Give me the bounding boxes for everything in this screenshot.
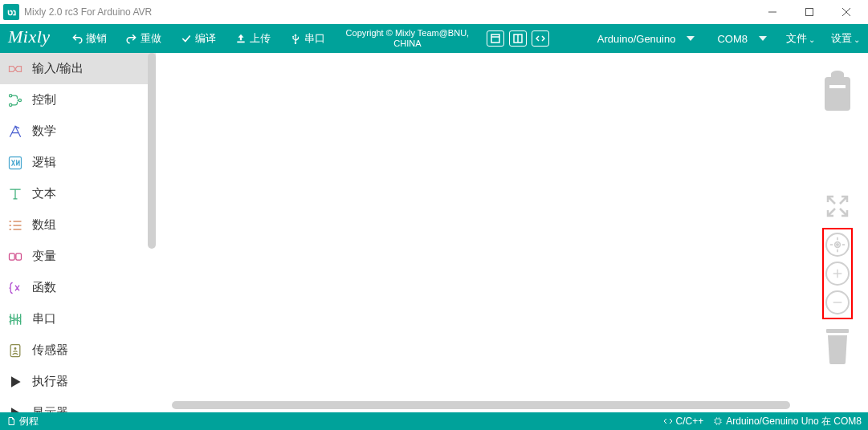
undo-button[interactable]: 撤销 bbox=[62, 24, 116, 53]
file-icon bbox=[6, 416, 16, 426]
copyright-text: Copyright © Mixly Team@BNU, CHINA bbox=[335, 28, 481, 49]
io-icon bbox=[6, 60, 24, 78]
titlebar: נט Mixly 2.0 rc3 For Arduino AVR bbox=[0, 0, 868, 24]
board-selected-label: Arduino/Genuino bbox=[597, 33, 676, 45]
backpack-button[interactable] bbox=[818, 69, 857, 114]
category-function[interactable]: 函数 bbox=[0, 272, 156, 303]
chevron-down-icon: ⌄ bbox=[809, 35, 815, 44]
board-selector[interactable]: Arduino/Genuino bbox=[586, 24, 707, 53]
app-icon: נט bbox=[3, 4, 19, 20]
category-serial[interactable]: 串口 bbox=[0, 303, 156, 335]
chip-icon bbox=[713, 416, 723, 426]
window-title: Mixly 2.0 rc3 For Arduino AVR bbox=[24, 6, 754, 18]
category-label: 控制 bbox=[32, 92, 56, 108]
workspace-h-scrollbar[interactable] bbox=[172, 401, 790, 409]
category-control[interactable]: 控制 bbox=[0, 84, 156, 116]
trash-icon bbox=[821, 327, 854, 364]
compile-button[interactable]: 编译 bbox=[171, 24, 226, 53]
category-label: 函数 bbox=[32, 280, 56, 295]
view-code-button[interactable] bbox=[532, 30, 549, 47]
category-label: 输入/输出 bbox=[32, 61, 84, 76]
settings-menu[interactable]: 设置 ⌄ bbox=[823, 31, 868, 46]
svg-rect-4 bbox=[491, 34, 499, 43]
redo-button[interactable]: 重做 bbox=[116, 24, 171, 53]
statusbar-lang[interactable]: C/C++ bbox=[663, 416, 704, 427]
settings-menu-label: 设置 bbox=[831, 31, 852, 46]
view-blocks-button[interactable] bbox=[487, 30, 504, 47]
upload-button[interactable]: 上传 bbox=[226, 24, 280, 53]
dropdown-arrow-icon bbox=[759, 36, 767, 41]
close-button[interactable] bbox=[828, 0, 865, 24]
category-sidebar: 输入/输出 控制 数学 逻辑 文本 数组 bbox=[0, 53, 156, 412]
file-menu[interactable]: 文件 ⌄ bbox=[778, 31, 823, 46]
zoom-in-button[interactable] bbox=[825, 262, 850, 286]
category-display[interactable]: 显示器 bbox=[0, 397, 156, 412]
fullscreen-button[interactable] bbox=[825, 194, 850, 218]
category-logic[interactable]: 逻辑 bbox=[0, 147, 156, 178]
category-io[interactable]: 输入/输出 bbox=[0, 53, 156, 84]
array-icon bbox=[6, 217, 24, 234]
svg-point-24 bbox=[837, 244, 839, 246]
port-selector[interactable]: COM8 bbox=[706, 24, 778, 53]
category-label: 传感器 bbox=[32, 343, 68, 358]
variable-icon bbox=[6, 248, 24, 266]
redo-icon bbox=[126, 33, 137, 44]
svg-rect-22 bbox=[829, 85, 846, 88]
minimize-button[interactable] bbox=[754, 0, 791, 24]
main-toolbar: Mixly 撤销 重做 编译 上传 串口 Copyright © Mixly T… bbox=[0, 24, 868, 53]
svg-rect-1 bbox=[806, 9, 813, 16]
minus-icon bbox=[831, 296, 844, 309]
svg-rect-32 bbox=[826, 329, 849, 333]
center-button[interactable] bbox=[825, 233, 850, 257]
code-icon bbox=[663, 416, 673, 426]
dropdown-arrow-icon bbox=[687, 36, 695, 41]
category-variable[interactable]: 变量 bbox=[0, 241, 156, 272]
category-actuator[interactable]: 执行器 bbox=[0, 366, 156, 397]
category-math[interactable]: 数学 bbox=[0, 116, 156, 147]
statusbar-example[interactable]: 例程 bbox=[6, 415, 39, 428]
category-array[interactable]: 数组 bbox=[0, 209, 156, 241]
serial-button[interactable]: 串口 bbox=[280, 24, 335, 53]
control-icon bbox=[6, 91, 24, 109]
category-label: 执行器 bbox=[32, 374, 68, 389]
category-text[interactable]: 文本 bbox=[0, 178, 156, 209]
zoom-controls-highlight bbox=[822, 228, 853, 319]
serial-label: 串口 bbox=[304, 31, 325, 46]
backpack-icon bbox=[818, 69, 857, 114]
zoom-out-button[interactable] bbox=[825, 290, 850, 314]
category-label: 显示器 bbox=[32, 405, 68, 412]
category-sensor[interactable]: 传感器 bbox=[0, 335, 156, 366]
category-label: 串口 bbox=[32, 311, 56, 327]
svg-rect-33 bbox=[715, 419, 720, 424]
lang-label: C/C++ bbox=[676, 416, 704, 427]
usb-icon bbox=[290, 33, 301, 44]
workspace-controls bbox=[818, 69, 857, 364]
category-list: 输入/输出 控制 数学 逻辑 文本 数组 bbox=[0, 53, 156, 412]
plus-icon bbox=[831, 267, 844, 280]
upload-icon bbox=[235, 33, 247, 44]
statusbar-board[interactable]: Arduino/Genuino Uno 在 COM8 bbox=[713, 415, 862, 428]
svg-rect-18 bbox=[10, 253, 15, 259]
category-label: 数组 bbox=[32, 217, 56, 233]
category-label: 数学 bbox=[32, 124, 56, 139]
logo: Mixly bbox=[0, 26, 62, 51]
target-icon bbox=[829, 237, 846, 253]
upload-label: 上传 bbox=[250, 31, 271, 46]
chevron-down-icon: ⌄ bbox=[854, 35, 860, 44]
view-split-button[interactable] bbox=[509, 30, 527, 47]
redo-label: 重做 bbox=[141, 31, 161, 46]
svg-rect-19 bbox=[16, 253, 22, 259]
body-area: 输入/输出 控制 数学 逻辑 文本 数组 bbox=[0, 53, 868, 412]
svg-point-8 bbox=[10, 94, 12, 96]
sidebar-scrollbar[interactable] bbox=[148, 53, 156, 249]
maximize-button[interactable] bbox=[791, 0, 828, 24]
view-mode-buttons bbox=[480, 30, 556, 47]
category-label: 文本 bbox=[32, 186, 56, 201]
trash-button[interactable] bbox=[821, 327, 854, 364]
serial-port-icon bbox=[6, 310, 24, 328]
text-icon bbox=[6, 185, 24, 203]
logic-icon bbox=[6, 154, 24, 172]
math-icon bbox=[6, 123, 24, 140]
workspace-canvas[interactable] bbox=[156, 53, 868, 412]
play-icon bbox=[6, 373, 24, 391]
